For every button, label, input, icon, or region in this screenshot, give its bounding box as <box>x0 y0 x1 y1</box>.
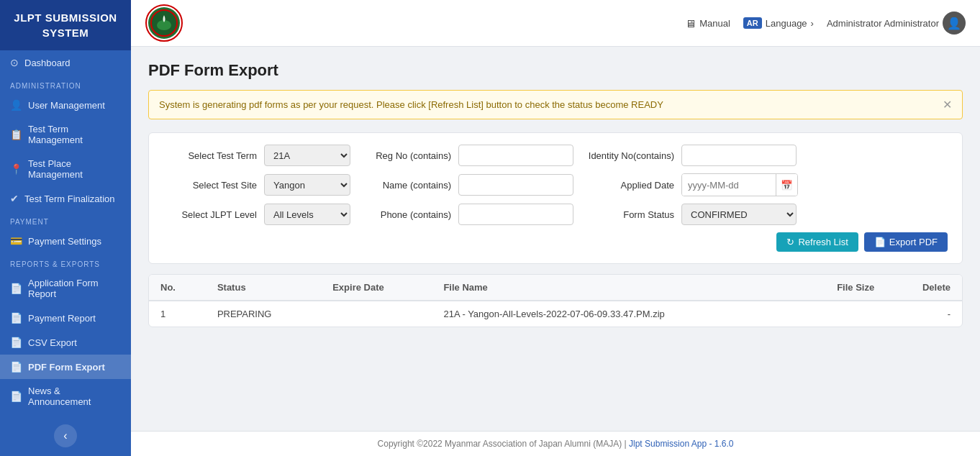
cell-file-name: 21A - Yangon-All-Levels-2022-07-06-09.33… <box>432 301 796 327</box>
sidebar-item-test-term-finalization[interactable]: ✔ Test Term Finalization <box>0 186 131 211</box>
export-pdf-label: Export PDF <box>889 237 938 247</box>
avatar-icon: 👤 <box>947 17 961 30</box>
sidebar-item-label: Test Term Management <box>28 124 121 145</box>
section-label-reports: REPORTS & EXPORTS <box>0 253 131 271</box>
pdf-export-icon: 📄 <box>10 361 22 373</box>
header: 🖥 Manual AR Language › Administrator Adm… <box>131 0 980 47</box>
filter-row-1: Select Test Term 21A 21B 22A Reg No (con… <box>163 145 948 166</box>
sidebar-item-application-form-report[interactable]: 📄 Application Form Report <box>0 271 131 306</box>
test-term-label: Select Test Term <box>163 150 257 161</box>
applied-date-wrap: 📅 <box>681 173 798 196</box>
news-icon: 📄 <box>10 391 22 402</box>
app-form-report-icon: 📄 <box>10 283 22 294</box>
sidebar-item-news-announcement[interactable]: 📄 News & Announcement <box>0 379 131 414</box>
sidebar-title: JLPT SUBMISSION SYSTEM <box>0 0 131 50</box>
footer: Copyright ©2022 Myanmar Association of J… <box>131 431 980 456</box>
sidebar: JLPT SUBMISSION SYSTEM ⊙ Dashboard ADMIN… <box>0 0 131 456</box>
filter-row-2: Select Test Site Yangon Mandalay Name (c… <box>163 173 948 196</box>
results-table: No. Status Expire Date File Name File Si… <box>149 275 962 327</box>
cell-delete: - <box>886 301 962 327</box>
logo-circle <box>145 4 183 42</box>
sidebar-item-payment-settings[interactable]: 💳 Payment Settings <box>0 229 131 253</box>
user-icon: 👤 <box>10 99 22 111</box>
col-expire-date: Expire Date <box>321 275 432 301</box>
section-label-payment: PAYMENT <box>0 211 131 229</box>
sidebar-collapse-button[interactable]: ‹ <box>54 424 77 447</box>
manual-button[interactable]: 🖥 Manual <box>685 17 730 29</box>
sidebar-item-csv-export[interactable]: 📄 CSV Export <box>0 330 131 355</box>
table-body: 1 PREPARING 21A - Yangon-All-Levels-2022… <box>149 301 962 327</box>
jlpt-level-select[interactable]: All Levels N1N2N3N4N5 <box>264 204 350 225</box>
cell-file-size <box>796 301 886 327</box>
dashboard-icon: ⊙ <box>10 57 19 68</box>
applied-date-label: Applied Date <box>581 180 674 191</box>
payment-report-icon: 📄 <box>10 312 22 324</box>
sidebar-item-pdf-form-export[interactable]: 📄 PDF Form Export <box>0 355 131 379</box>
chevron-right-icon: › <box>811 18 814 29</box>
calendar-icon-button[interactable]: 📅 <box>776 174 797 196</box>
form-status-select[interactable]: CONFIRMED PENDING REJECTED ALL <box>681 204 797 225</box>
filter-card: Select Test Term 21A 21B 22A Reg No (con… <box>148 132 963 264</box>
section-label-administration: ADMINISTRATION <box>0 75 131 93</box>
name-input[interactable] <box>458 174 573 196</box>
applied-date-input[interactable] <box>682 174 776 196</box>
sidebar-collapse-area: ‹ <box>0 416 131 456</box>
language-label: Language <box>766 18 807 29</box>
refresh-icon: ↻ <box>786 237 794 247</box>
footer-app-version[interactable]: Jlpt Submission App - 1.6.0 <box>629 439 733 449</box>
button-row: ↻ Refresh List 📄 Export PDF <box>163 232 948 252</box>
logo-inner <box>148 7 180 39</box>
col-status: Status <box>206 275 321 301</box>
col-file-name: File Name <box>432 275 796 301</box>
table-row: 1 PREPARING 21A - Yangon-All-Levels-2022… <box>149 301 962 327</box>
test-place-icon: 📍 <box>10 163 22 175</box>
refresh-list-button[interactable]: ↻ Refresh List <box>776 232 858 252</box>
sidebar-item-label: Application Form Report <box>28 278 121 299</box>
sidebar-item-user-management[interactable]: 👤 User Management <box>0 93 131 117</box>
footer-copyright: Copyright ©2022 Myanmar Association of J… <box>378 439 622 449</box>
table-header: No. Status Expire Date File Name File Si… <box>149 275 962 301</box>
data-table: No. Status Expire Date File Name File Si… <box>148 274 963 327</box>
sidebar-item-label: Test Place Management <box>28 158 121 180</box>
logo-area <box>145 4 675 42</box>
jlpt-level-label: Select JLPT Level <box>163 209 257 220</box>
test-site-select[interactable]: Yangon Mandalay <box>264 174 350 196</box>
sidebar-item-payment-report[interactable]: 📄 Payment Report <box>0 306 131 330</box>
user-area: Administrator Administrator 👤 <box>827 12 966 35</box>
sidebar-item-label: PDF Form Export <box>28 362 105 373</box>
form-status-label: Form Status <box>581 209 674 220</box>
sidebar-item-label: User Management <box>28 100 105 111</box>
identity-no-input[interactable] <box>681 145 797 166</box>
page-title: PDF Form Export <box>148 61 963 80</box>
test-term-select[interactable]: 21A 21B 22A <box>264 145 350 166</box>
col-no: No. <box>149 275 206 301</box>
export-pdf-button[interactable]: 📄 Export PDF <box>864 232 948 252</box>
csv-export-icon: 📄 <box>10 337 22 348</box>
sidebar-item-label: Dashboard <box>24 58 71 68</box>
reg-no-input[interactable] <box>458 145 573 166</box>
col-delete: Delete <box>886 275 962 301</box>
user-name-label: Administrator Administrator <box>827 18 939 29</box>
header-row: No. Status Expire Date File Name File Si… <box>149 275 962 301</box>
phone-input[interactable] <box>458 204 573 225</box>
sidebar-item-label: Test Term Finalization <box>24 193 114 204</box>
language-button[interactable]: AR Language › <box>743 17 814 29</box>
phone-label: Phone (contains) <box>358 209 451 220</box>
language-icon: AR <box>743 17 762 29</box>
sidebar-item-dashboard[interactable]: ⊙ Dashboard <box>0 50 131 75</box>
alert-close-button[interactable]: ✕ <box>943 98 952 111</box>
content-area: PDF Form Export System is generating pdf… <box>131 47 980 431</box>
main-area: 🖥 Manual AR Language › Administrator Adm… <box>131 0 980 456</box>
filter-row-3: Select JLPT Level All Levels N1N2N3N4N5 … <box>163 204 948 225</box>
col-file-size: File Size <box>796 275 886 301</box>
alert-message: System is generating pdf forms as per yo… <box>159 99 663 110</box>
payment-icon: 💳 <box>10 235 22 247</box>
manual-label: Manual <box>699 18 730 29</box>
sidebar-item-test-place-management[interactable]: 📍 Test Place Management <box>0 152 131 186</box>
user-avatar: 👤 <box>943 12 966 35</box>
cell-expire-date <box>321 301 432 327</box>
sidebar-item-test-term-management[interactable]: 📋 Test Term Management <box>0 117 131 152</box>
cell-no: 1 <box>149 301 206 327</box>
alert-warning: System is generating pdf forms as per yo… <box>148 90 963 119</box>
sidebar-item-label: Payment Report <box>28 313 96 324</box>
